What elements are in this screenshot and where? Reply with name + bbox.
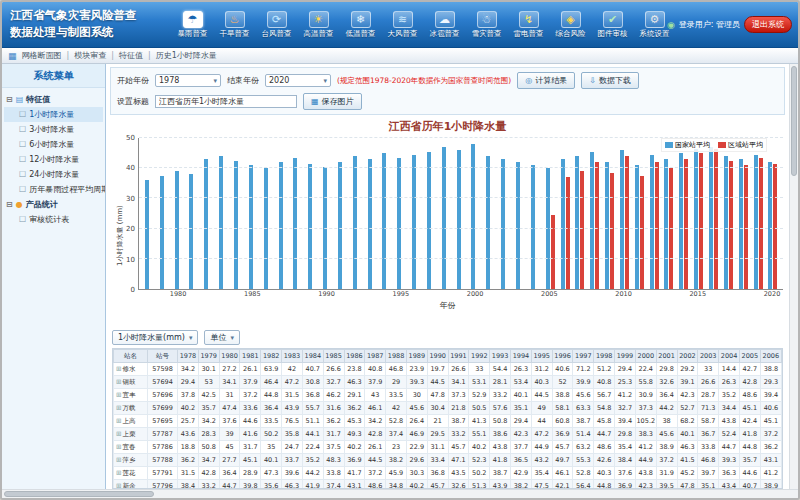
bar-group-1982[interactable] xyxy=(201,138,216,289)
module-typhoon[interactable]: ⟳台风普查 xyxy=(256,11,297,39)
breadcrumb-item[interactable]: 特征值 xyxy=(119,50,143,61)
tree-item[interactable]: ☐24小时降水量 xyxy=(4,167,103,182)
bar-2019[interactable] xyxy=(759,158,763,289)
table-unit-select[interactable]: 单位 ▾ xyxy=(204,330,240,345)
bar-2014[interactable] xyxy=(684,159,688,289)
checkbox-icon[interactable]: ☐ xyxy=(19,155,26,164)
tree-item[interactable]: ☐6小时降水量 xyxy=(4,137,103,152)
collapse-icon[interactable]: ⊟ xyxy=(6,200,13,209)
column-header-year[interactable]: 1985 xyxy=(323,350,344,363)
column-header-year[interactable]: 1999 xyxy=(615,350,636,363)
module-wind[interactable]: ≋大风普查 xyxy=(382,11,423,39)
bar-2000[interactable] xyxy=(471,144,475,289)
bar-2016[interactable] xyxy=(714,149,718,289)
module-drought[interactable]: ♨干旱普查 xyxy=(214,11,255,39)
column-header-year[interactable]: 1989 xyxy=(406,350,427,363)
column-header-year[interactable]: 1980 xyxy=(219,350,240,363)
table-row[interactable]: ⊞宜丰5769637.842.53137.244.831.536.846.229… xyxy=(114,389,782,402)
bar-2017[interactable] xyxy=(724,156,728,289)
expand-icon[interactable]: ⊞ xyxy=(116,456,121,464)
expand-icon[interactable]: ⊞ xyxy=(116,378,121,386)
bar-group-2006[interactable] xyxy=(558,138,573,289)
bar-group-2019[interactable] xyxy=(751,138,766,289)
bar-group-2004[interactable] xyxy=(528,138,543,289)
bar-group-1987[interactable] xyxy=(276,138,291,289)
bar-group-2009[interactable] xyxy=(602,138,617,289)
bar-2006[interactable] xyxy=(566,177,570,289)
expand-icon[interactable]: ⊞ xyxy=(116,469,121,477)
bar-group-2015[interactable] xyxy=(691,138,706,289)
bar-group-2000[interactable] xyxy=(469,138,484,289)
bar-group-2001[interactable] xyxy=(483,138,498,289)
bar-group-1979[interactable] xyxy=(157,138,172,289)
bar-group-2014[interactable] xyxy=(676,138,691,289)
column-header-id[interactable]: 站号 xyxy=(148,350,178,363)
bar-group-1985[interactable] xyxy=(246,138,261,289)
bar-2007[interactable] xyxy=(580,171,584,289)
bar-2014[interactable] xyxy=(679,153,683,289)
bar-2010[interactable] xyxy=(625,156,629,289)
bar-group-1998[interactable] xyxy=(439,138,454,289)
bar-2015[interactable] xyxy=(699,153,703,289)
bar-1984[interactable] xyxy=(234,161,238,289)
bar-2003[interactable] xyxy=(516,162,520,289)
expand-icon[interactable]: ⊞ xyxy=(116,365,121,373)
column-header-year[interactable]: 2004 xyxy=(719,350,740,363)
legend-item[interactable]: 国家站平均 xyxy=(665,140,710,150)
expand-icon[interactable]: ⊞ xyxy=(116,391,121,399)
bar-group-1996[interactable] xyxy=(409,138,424,289)
bar-2012[interactable] xyxy=(655,162,659,289)
bar-group-2020[interactable] xyxy=(765,138,780,289)
bar-2012[interactable] xyxy=(650,155,654,289)
table-row[interactable]: ⊞莲花5779131.542.836.428.947.339.644.233.8… xyxy=(114,467,782,480)
bar-1981[interactable] xyxy=(189,174,193,289)
column-header-year[interactable]: 1982 xyxy=(261,350,282,363)
bar-group-2002[interactable] xyxy=(498,138,513,289)
bar-group-1988[interactable] xyxy=(290,138,305,289)
logout-button[interactable]: 退出系统 xyxy=(744,16,792,33)
checkbox-icon[interactable]: ☐ xyxy=(19,170,26,179)
table-row[interactable]: ⊞万载5769940.235.747.433.636.443.955.731.6… xyxy=(114,402,782,415)
vertical-scrollbar[interactable] xyxy=(789,64,798,489)
bar-1992[interactable] xyxy=(353,156,357,289)
checkbox-icon[interactable]: ☐ xyxy=(19,125,26,134)
bar-1991[interactable] xyxy=(338,162,342,289)
bar-2015[interactable] xyxy=(694,149,698,289)
column-header-year[interactable]: 2000 xyxy=(635,350,656,363)
column-header-year[interactable]: 2003 xyxy=(698,350,719,363)
checkbox-icon[interactable]: ☐ xyxy=(19,140,26,149)
bar-1988[interactable] xyxy=(293,158,297,289)
bar-2018[interactable] xyxy=(739,159,743,289)
bar-2011[interactable] xyxy=(640,176,644,289)
bar-1979[interactable] xyxy=(160,176,164,289)
table-row[interactable]: ⊞新余5779638.433.244.739.835.646.341.937.4… xyxy=(114,480,782,490)
download-button[interactable]: ⇩ 数据下载 xyxy=(581,72,639,89)
table-row[interactable]: ⊞修水5759834.230.127.226.163.94240.726.623… xyxy=(114,363,782,376)
bar-2020[interactable] xyxy=(773,164,777,289)
column-header-year[interactable]: 1979 xyxy=(198,350,219,363)
bar-group-2011[interactable] xyxy=(632,138,647,289)
bar-group-1992[interactable] xyxy=(350,138,365,289)
bar-2007[interactable] xyxy=(575,156,579,289)
bar-2008[interactable] xyxy=(590,152,594,289)
column-header-year[interactable]: 2006 xyxy=(760,350,781,363)
column-header-year[interactable]: 1981 xyxy=(240,350,261,363)
column-header-year[interactable]: 1988 xyxy=(386,350,407,363)
table-row[interactable]: ⊞宜春5778618.850.84531.73524.722.437.540.2… xyxy=(114,441,782,454)
bar-group-2005[interactable] xyxy=(543,138,558,289)
column-header-year[interactable]: 1994 xyxy=(511,350,532,363)
bar-group-1986[interactable] xyxy=(261,138,276,289)
column-header-year[interactable]: 1997 xyxy=(573,350,594,363)
bar-1999[interactable] xyxy=(457,150,461,289)
bar-1997[interactable] xyxy=(427,152,431,289)
column-header-year[interactable]: 1984 xyxy=(302,350,323,363)
column-header-station[interactable]: 站名 xyxy=(114,350,148,363)
bar-group-1997[interactable] xyxy=(424,138,439,289)
bar-group-1989[interactable] xyxy=(305,138,320,289)
tree-node-products[interactable]: ⊟●产品统计 xyxy=(4,197,103,212)
bar-group-1983[interactable] xyxy=(216,138,231,289)
bar-2010[interactable] xyxy=(620,150,624,289)
bar-group-1980[interactable] xyxy=(172,138,187,289)
bar-group-2007[interactable] xyxy=(572,138,587,289)
column-header-year[interactable]: 1987 xyxy=(365,350,386,363)
